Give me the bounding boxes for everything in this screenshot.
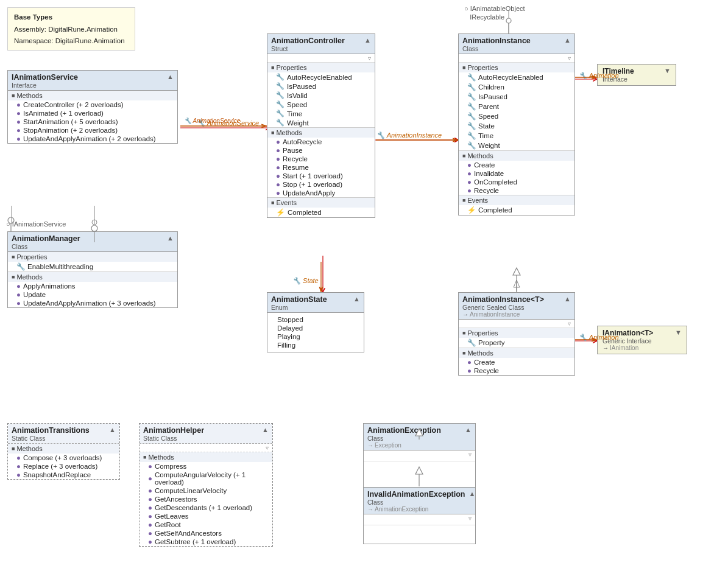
ac-prop-speed: 🔧 Speed bbox=[267, 100, 375, 109]
ac-method-start: ● Start (+ 1 overload) bbox=[267, 172, 375, 180]
ai-p7: Time bbox=[478, 132, 493, 139]
collapse-ait-props[interactable]: ■ bbox=[462, 330, 465, 336]
at-title: AnimationTransitions bbox=[12, 426, 90, 435]
ai-p2: Children bbox=[478, 83, 504, 91]
expand-icon-ait[interactable]: ▲ bbox=[564, 295, 571, 303]
am-prop-multithreading: 🔧 EnableMultithreading bbox=[8, 262, 177, 271]
itimeline-expand[interactable]: ▼ bbox=[664, 67, 671, 74]
ai-prop-weight: 🔧Weight bbox=[459, 141, 574, 150]
circle-ac-7: ● bbox=[276, 189, 280, 197]
iae-title: InvalidAnimationException bbox=[367, 490, 465, 499]
ai-prop-parent: 🔧Parent bbox=[459, 102, 574, 111]
ae-inherits: → Exception bbox=[367, 442, 441, 449]
am-methods-label: Methods bbox=[16, 273, 42, 281]
animation-helper-box: AnimationHelper Static Class ▲ ▿ ■ Metho… bbox=[139, 423, 273, 547]
collapse-am-props-icon[interactable]: ■ bbox=[12, 254, 15, 260]
diagram-canvas: Base Types Assembly: DigitalRune.Animati… bbox=[0, 0, 728, 585]
am-method-icon-2: ● bbox=[16, 291, 21, 298]
ac-method-updateapply: ● UpdateAndApply bbox=[267, 189, 375, 197]
ai-prop-children: 🔧Children bbox=[459, 82, 574, 92]
ai-method-create: ●Create bbox=[459, 161, 574, 169]
am-method-icon-3: ● bbox=[16, 300, 21, 307]
ai-prop-state: 🔧State bbox=[459, 121, 574, 131]
ai-p8: Weight bbox=[478, 142, 500, 149]
wrench-ac-5: 🔧 bbox=[276, 110, 284, 117]
ai-method-recycle: ●Recycle bbox=[459, 186, 574, 195]
ac-icons: ▲ bbox=[364, 37, 371, 44]
method-name-4: StopAnimation (+ 2 overloads) bbox=[23, 127, 118, 134]
collapse-ac-props[interactable]: ■ bbox=[271, 65, 274, 71]
wrench-ac-2: 🔧 bbox=[276, 82, 284, 90]
state-arrow-label: 🔧 State bbox=[292, 277, 319, 285]
expand-icon-ac[interactable]: ▲ bbox=[364, 37, 371, 44]
expand-icon-ai[interactable]: ▲ bbox=[564, 37, 571, 44]
iae-filter: ▿ bbox=[364, 514, 475, 525]
ac-mname-1: AutoRecycle bbox=[283, 138, 322, 145]
expand-icon[interactable]: ▲ bbox=[167, 73, 174, 80]
animation-instance-arrow-label: 🔧 AnimationInstance bbox=[376, 131, 442, 139]
iae-icons: ▲ bbox=[468, 490, 475, 497]
ai-method-oncompleted: ●OnCompleted bbox=[459, 178, 574, 186]
wrench-icon-1: 🔧 bbox=[16, 262, 25, 271]
ai-properties-section: ■ Properties 🔧AutoRecycleEnabled 🔧Childr… bbox=[459, 63, 574, 151]
collapse-ai-methods[interactable]: ■ bbox=[462, 153, 465, 159]
collapse-ai-events[interactable]: ■ bbox=[462, 197, 465, 203]
ac-method-resume: ● Resume bbox=[267, 163, 375, 172]
ianimationt-expand[interactable]: ▼ bbox=[675, 329, 682, 336]
animation-manager-methods-section: ■ Methods ● ApplyAnimations ● Update ● U… bbox=[8, 272, 177, 307]
ae-inherits-name: Exception bbox=[375, 442, 401, 449]
circle-ac-1: ● bbox=[276, 138, 280, 145]
ai-m4: Recycle bbox=[474, 187, 499, 194]
as-item-stopped: Stopped bbox=[274, 315, 364, 324]
collapse-am-methods-icon[interactable]: ■ bbox=[12, 274, 15, 280]
ac-properties-section: ■ Properties 🔧 AutoRecycleEnabled 🔧 IsPa… bbox=[267, 63, 375, 128]
base-types-box: Base Types Assembly: DigitalRune.Animati… bbox=[7, 7, 135, 51]
animation-ianimationt-label: 🔧 Animation bbox=[579, 334, 619, 342]
ianimation-service-header: IAnimationService Interface ▲ bbox=[8, 71, 177, 91]
ac-prop-isvalid: 🔧 IsValid bbox=[267, 91, 375, 100]
collapse-at-methods[interactable]: ■ bbox=[12, 446, 15, 452]
ac-prop-weight: 🔧 Weight bbox=[267, 118, 375, 127]
ai-methods-section: ■ Methods ●Create ●Invalidate ●OnComplet… bbox=[459, 151, 574, 195]
collapse-ait-methods[interactable]: ■ bbox=[462, 350, 465, 356]
collapse-ai-props[interactable]: ■ bbox=[462, 65, 465, 71]
bolt-ac-1: ⚡ bbox=[276, 208, 285, 217]
animation-manager-header: AnimationManager Class ▲ bbox=[8, 232, 177, 252]
ianimation-service-box: IAnimationService Interface ▲ ■ Methods … bbox=[7, 70, 178, 144]
circle-ac-3: ● bbox=[276, 155, 280, 163]
collapse-methods-icon[interactable]: ■ bbox=[12, 93, 15, 99]
ai-m2: Invalidate bbox=[474, 170, 504, 177]
am-method-name-3: UpdateAndApplyAnimation (+ 3 overloads) bbox=[23, 300, 156, 307]
iae-type: Class bbox=[367, 499, 465, 506]
collapse-ah-methods[interactable]: ■ bbox=[143, 454, 146, 460]
ianimatableobject-label: ○ IAnimatableObject bbox=[464, 5, 525, 12]
am-method-update: ● Update bbox=[8, 290, 177, 299]
am-prop-name-1: EnableMultithreading bbox=[27, 263, 93, 270]
ah-method-getroot: ●GetRoot bbox=[140, 520, 272, 529]
animation-manager-title: AnimationManager bbox=[12, 234, 80, 243]
expand-icon-ah[interactable]: ▲ bbox=[262, 426, 269, 433]
ai-props-header: ■ Properties bbox=[459, 63, 574, 72]
ah-m1: Compress bbox=[155, 463, 186, 470]
expand-icon-am[interactable]: ▲ bbox=[167, 234, 174, 242]
ac-props-label: Properties bbox=[276, 64, 306, 71]
at-methods-section: ■ Methods ●Compose (+ 3 overloads) ●Repl… bbox=[8, 444, 119, 479]
ah-title: AnimationHelper bbox=[143, 426, 204, 435]
as-item-playing: Playing bbox=[274, 332, 364, 341]
ah-method-computeangular: ●ComputeAngularVelocity (+ 1 overload) bbox=[140, 471, 272, 486]
animation-transitions-box: AnimationTransitions Static Class ▲ ■ Me… bbox=[7, 423, 120, 480]
as-icons: ▲ bbox=[353, 295, 360, 303]
circle-ac-2: ● bbox=[276, 147, 280, 154]
expand-icon-as[interactable]: ▲ bbox=[353, 295, 360, 303]
collapse-ac-events[interactable]: ■ bbox=[271, 200, 274, 206]
expand-icon-ae[interactable]: ▲ bbox=[465, 426, 472, 433]
ah-method-getdescendants: ●GetDescendants (+ 1 overload) bbox=[140, 503, 272, 512]
ah-m8: GetSelfAndAncestors bbox=[155, 530, 222, 537]
expand-icon-iae[interactable]: ▲ bbox=[468, 490, 475, 497]
collapse-ac-methods[interactable]: ■ bbox=[271, 130, 274, 136]
ah-m2: ComputeAngularVelocity (+ 1 overload) bbox=[155, 471, 269, 486]
expand-icon-at[interactable]: ▲ bbox=[109, 426, 116, 433]
am-properties-header: ■ Properties bbox=[8, 252, 177, 262]
animation-instance-t-box: AnimationInstance<T> Generic Sealed Clas… bbox=[458, 292, 575, 376]
animation-instance-header: AnimationInstance Class ▲ bbox=[459, 34, 574, 54]
